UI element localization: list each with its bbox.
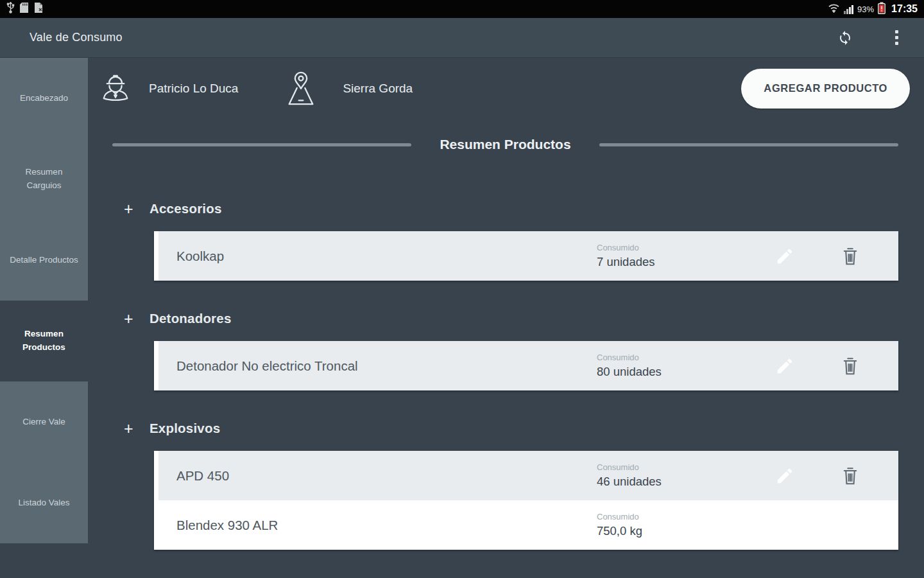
- product-card: Detonador No electrico Troncal Consumido…: [154, 341, 898, 390]
- sidebar-item-resumen-carguios[interactable]: Resumen Carguios: [0, 139, 88, 220]
- sidebar-item-detalle-productos[interactable]: Detalle Productos: [0, 220, 88, 301]
- add-product-button[interactable]: AGREGAR PRODUCTO: [741, 69, 910, 109]
- category-name: Explosivos: [150, 421, 220, 436]
- consumed-value: 7 unidades: [597, 255, 751, 269]
- consumed-block: Consumido 7 unidades: [597, 243, 751, 269]
- category-header-accesorios[interactable]: + Accesorios: [124, 199, 924, 218]
- consumed-block: Consumido 46 unidades: [597, 462, 751, 489]
- product-name: Detonador No electrico Troncal: [158, 358, 597, 374]
- sidebar-item-label: Resumen Productos: [9, 328, 79, 355]
- sdcard-icon: [19, 2, 29, 16]
- clock: 17:35: [891, 3, 918, 15]
- consumed-block: Consumido 80 unidades: [597, 353, 751, 379]
- status-bar-left: [6, 2, 43, 16]
- sidebar-item-label: Listado Vales: [18, 496, 69, 510]
- sidebar-item-listado-vales[interactable]: Listado Vales: [0, 462, 88, 543]
- status-bar: 93% 17:35: [0, 0, 924, 18]
- category-header-explosivos[interactable]: + Explosivos: [124, 419, 924, 438]
- sidebar-item-resumen-productos[interactable]: Resumen Productos: [0, 301, 88, 381]
- wifi-icon: [828, 3, 840, 15]
- delete-button[interactable]: [835, 460, 866, 491]
- sync-icon[interactable]: [834, 27, 856, 49]
- sidebar-item-label: Encabezado: [20, 92, 68, 105]
- app-bar: Vale de Consumo: [0, 18, 924, 58]
- content-header: Patricio Lo Duca Sierra Gorda AGREGAR PR…: [88, 58, 924, 119]
- product-row-apd450: APD 450 Consumido 46 unidades: [158, 451, 898, 500]
- category-header-detonadores[interactable]: + Detonadores: [124, 309, 924, 328]
- category-name: Detonadores: [150, 311, 232, 326]
- location-icon: [286, 71, 316, 107]
- site-name: Sierra Gorda: [343, 82, 413, 96]
- expand-plus-icon: +: [124, 421, 139, 437]
- consumed-label: Consumido: [597, 512, 751, 521]
- edit-button[interactable]: [769, 351, 800, 381]
- sidebar-item-label: Resumen Carguios: [9, 166, 79, 193]
- app-screen: 93% 17:35 Vale de Consumo: [0, 0, 924, 578]
- expand-plus-icon: +: [124, 201, 139, 217]
- divider-line-left: [112, 143, 411, 146]
- consumed-block: Consumido 750,0 kg: [597, 512, 751, 538]
- consumed-label: Consumido: [597, 243, 751, 252]
- edit-button[interactable]: [769, 460, 800, 491]
- file-alert-icon: [33, 2, 43, 16]
- product-row-koolkap: Koolkap Consumido 7 unidades: [158, 231, 898, 281]
- sidebar-item-encabezado[interactable]: Encabezado: [0, 58, 88, 139]
- page-title: Vale de Consumo: [30, 31, 123, 44]
- product-card: Koolkap Consumido 7 unidades: [154, 231, 898, 281]
- product-name: APD 450: [158, 468, 597, 484]
- divider-line-right: [599, 143, 898, 146]
- expand-plus-icon: +: [124, 311, 139, 327]
- consumed-label: Consumido: [597, 353, 751, 362]
- status-bar-right: 93% 17:35: [828, 2, 918, 17]
- section-title-row: Resumen Productos: [112, 133, 898, 156]
- sidebar-item-label: Cierre Vale: [22, 416, 65, 429]
- overflow-menu-icon[interactable]: [886, 27, 907, 49]
- signal-icon: [844, 4, 853, 14]
- product-name: Koolkap: [158, 249, 597, 264]
- section-title: Resumen Productos: [440, 137, 570, 152]
- battery-percent: 93%: [857, 4, 874, 14]
- main-content: Patricio Lo Duca Sierra Gorda AGREGAR PR…: [88, 58, 924, 578]
- consumed-label: Consumido: [597, 462, 751, 472]
- worker-icon: [101, 71, 130, 107]
- sidebar-item-label: Detalle Productos: [10, 254, 78, 267]
- delete-button[interactable]: [835, 241, 866, 272]
- usb-icon: [6, 2, 15, 16]
- delete-button[interactable]: [835, 351, 866, 381]
- consumed-value: 46 unidades: [597, 475, 751, 489]
- edit-button[interactable]: [769, 241, 800, 272]
- product-card: APD 450 Consumido 46 unidades: [154, 451, 898, 550]
- operator-name: Patricio Lo Duca: [149, 82, 238, 96]
- product-name: Blendex 930 ALR: [158, 518, 597, 533]
- consumed-value: 750,0 kg: [597, 524, 751, 538]
- product-row-blendex: Blendex 930 ALR Consumido 750,0 kg: [158, 500, 898, 550]
- app-bar-actions: [834, 27, 907, 49]
- body: Encabezado Resumen Carguios Detalle Prod…: [0, 58, 924, 578]
- category-name: Accesorios: [150, 201, 222, 216]
- product-row-detonador: Detonador No electrico Troncal Consumido…: [158, 341, 898, 390]
- step-sidebar: Encabezado Resumen Carguios Detalle Prod…: [0, 58, 88, 578]
- battery-icon: [878, 2, 886, 17]
- consumed-value: 80 unidades: [597, 365, 751, 379]
- sidebar-item-cierre-vale[interactable]: Cierre Vale: [0, 381, 88, 462]
